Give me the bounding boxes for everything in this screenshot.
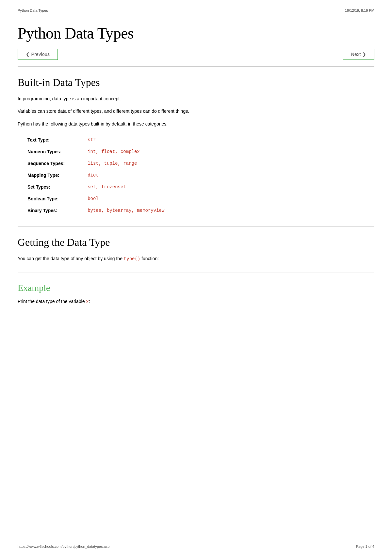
page-footer: https://www.w3schools.com/python/python_… <box>18 545 374 548</box>
header-datetime: 19/12/19, 8:19 PM <box>345 8 374 12</box>
table-category: Text Type: <box>24 134 84 146</box>
example-description-suffix: : <box>89 299 90 304</box>
table-types: str <box>84 134 184 146</box>
section-divider-2 <box>18 273 374 273</box>
table-row: Binary Types:bytes, bytearray, memoryvie… <box>24 205 184 216</box>
table-row: Numeric Types:int, float, complex <box>24 146 184 158</box>
table-category: Numeric Types: <box>24 146 84 158</box>
page-wrapper: Python Data Types 19/12/19, 8:19 PM Pyth… <box>0 0 392 555</box>
table-category: Mapping Type: <box>24 169 84 181</box>
section1-para3: Python has the following data types buil… <box>18 120 374 127</box>
table-types: set, frozenset <box>84 181 184 193</box>
section1-para2: Variables can store data of different ty… <box>18 108 374 115</box>
example-description: Print the data type of the variable x: <box>18 298 374 305</box>
header-bar: Python Data Types 19/12/19, 8:19 PM <box>18 7 374 14</box>
table-category: Boolean Type: <box>24 193 84 205</box>
section2-para1-suffix: function: <box>140 256 159 261</box>
table-types: bool <box>84 193 184 205</box>
table-row: Set Types:set, frozenset <box>24 181 184 193</box>
data-types-table: Text Type:strNumeric Types:int, float, c… <box>24 134 184 216</box>
section-divider-1 <box>18 226 374 227</box>
section2-para1-prefix: You can get the data type of any object … <box>18 256 124 261</box>
next-button[interactable]: Next ❯ <box>343 49 374 60</box>
table-category: Binary Types: <box>24 205 84 216</box>
footer-page: Page 1 of 4 <box>356 545 374 548</box>
table-row: Mapping Type:dict <box>24 169 184 181</box>
table-category: Set Types: <box>24 181 84 193</box>
table-types: int, float, complex <box>84 146 184 158</box>
table-types: list, tuple, range <box>84 158 184 169</box>
footer-url: https://www.w3schools.com/python/python_… <box>18 545 109 548</box>
table-row: Boolean Type:bool <box>24 193 184 205</box>
section1-para1: In programming, data type is an importan… <box>18 95 374 102</box>
page-title: Python Data Types <box>18 24 374 42</box>
section2-code: type() <box>124 256 140 261</box>
getting-data-type-heading: Getting the Data Type <box>18 236 374 248</box>
table-row: Sequence Types:list, tuple, range <box>24 158 184 169</box>
built-in-data-types-heading: Built-in Data Types <box>18 76 374 89</box>
table-row: Text Type:str <box>24 134 184 146</box>
example-description-prefix: Print the data type of the variable <box>18 299 86 304</box>
header-title: Python Data Types <box>18 8 48 12</box>
example-heading: Example <box>18 283 374 293</box>
table-category: Sequence Types: <box>24 158 84 169</box>
section2-para1: You can get the data type of any object … <box>18 255 374 262</box>
nav-buttons: ❮ Previous Next ❯ <box>18 49 374 67</box>
previous-button[interactable]: ❮ Previous <box>18 49 58 60</box>
example-var-code: x <box>86 299 89 304</box>
table-types: bytes, bytearray, memoryview <box>84 205 184 216</box>
table-types: dict <box>84 169 184 181</box>
